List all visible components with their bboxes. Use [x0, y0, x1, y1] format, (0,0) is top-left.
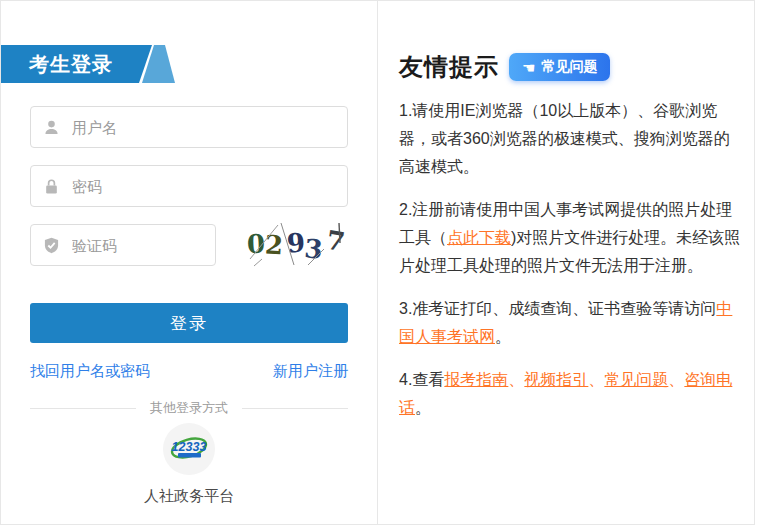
username-input[interactable] — [70, 118, 335, 137]
pointing-hand-icon: ☚ — [522, 60, 535, 75]
exam-login-page: 考生登录 02937 — [0, 0, 755, 525]
tip-2: 2.注册前请使用中国人事考试网提供的照片处理工具（点此下载)对照片文件进行处理。… — [399, 196, 743, 280]
tip-3: 3.准考证打印、成绩查询、证书查验等请访问中国人事考试网。 — [399, 295, 743, 351]
shield-check-icon — [43, 237, 60, 254]
captcha-input[interactable] — [70, 236, 203, 255]
video-guide-link[interactable]: 视频指引 — [524, 371, 588, 388]
candidate-login-banner: 考生登录 — [1, 45, 179, 83]
tips-title: 友情提示 — [399, 51, 499, 83]
faq-link[interactable]: 常见问题 — [604, 371, 668, 388]
other-login-divider: 其他登录方式 — [30, 399, 348, 417]
tip-3-text-a: 3.准考证打印、成绩查询、证书查验等请访问 — [399, 300, 716, 317]
platform-login-option: 12333 人社政务平台 — [1, 423, 377, 506]
tip-4-sep-2: 、 — [588, 371, 604, 388]
user-icon — [43, 119, 60, 136]
tip-4: 4.查看报考指南、视频指引、常见问题、咨询电话。 — [399, 366, 743, 422]
captcha-image[interactable]: 02937 — [244, 221, 348, 267]
login-panel-title: 考生登录 — [29, 45, 113, 83]
download-photo-tool-link[interactable]: 点此下载 — [447, 229, 511, 246]
tip-4-sep-1: 、 — [508, 371, 524, 388]
password-field[interactable] — [30, 165, 348, 207]
login-button[interactable]: 登录 — [30, 303, 348, 343]
logo-12333-text: 12333 — [172, 440, 207, 454]
other-login-label: 其他登录方式 — [150, 399, 228, 417]
tips-panel: 友情提示 ☚常见问题 1.请使用IE浏览器（10以上版本）、谷歌浏览器，或者36… — [378, 1, 755, 524]
tip-1: 1.请使用IE浏览器（10以上版本）、谷歌浏览器，或者360浏览器的极速模式、搜… — [399, 97, 743, 181]
new-user-register-link[interactable]: 新用户注册 — [273, 362, 348, 381]
platform-label: 人社政务平台 — [1, 487, 377, 506]
exam-guide-link[interactable]: 报考指南 — [444, 371, 508, 388]
captcha-digits: 02937 — [244, 221, 348, 267]
faq-button[interactable]: ☚常见问题 — [509, 53, 610, 81]
forgot-credentials-link[interactable]: 找回用户名或密码 — [30, 362, 150, 381]
username-field[interactable] — [30, 106, 348, 148]
tip-3-text-b: 。 — [495, 328, 511, 345]
tip-4-text-a: 4.查看 — [399, 371, 444, 388]
divider-line-right — [242, 408, 348, 409]
tip-4-text-b: 。 — [415, 399, 431, 416]
tips-header: 友情提示 ☚常见问题 — [399, 51, 610, 83]
account-links-row: 找回用户名或密码 新用户注册 — [30, 362, 348, 381]
captcha-field[interactable] — [30, 224, 216, 266]
lock-icon — [43, 178, 60, 195]
tip-1-text: 1.请使用IE浏览器（10以上版本）、谷歌浏览器，或者360浏览器的极速模式、搜… — [399, 102, 730, 175]
login-panel: 考生登录 02937 — [1, 1, 377, 524]
tips-list: 1.请使用IE浏览器（10以上版本）、谷歌浏览器，或者360浏览器的极速模式、搜… — [399, 97, 743, 437]
faq-button-label: 常见问题 — [541, 58, 597, 76]
divider-line-left — [30, 408, 136, 409]
tip-4-sep-3: 、 — [668, 371, 684, 388]
12333-logo[interactable]: 12333 — [163, 423, 215, 475]
password-input[interactable] — [70, 177, 335, 196]
